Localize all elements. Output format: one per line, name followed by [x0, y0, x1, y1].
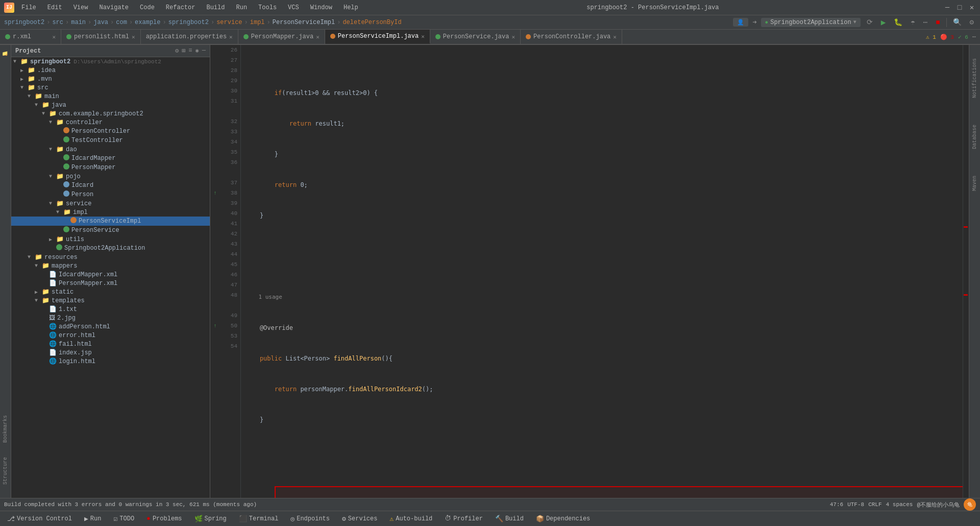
menu-window[interactable]: Window	[306, 3, 336, 12]
breadcrumb-impl[interactable]: impl	[250, 19, 265, 26]
dependencies-button[interactable]: 📦 Dependencies	[533, 514, 593, 524]
settings-button[interactable]: ⚙	[968, 18, 976, 27]
project-panel-sort[interactable]: ≡	[188, 47, 192, 55]
run-button[interactable]: ▶	[879, 17, 888, 28]
tree-utils[interactable]: ▶ 📁 utils	[11, 235, 210, 244]
tree-mappers[interactable]: ▼ 📁 mappers	[11, 261, 210, 270]
breadcrumb-service[interactable]: service	[216, 19, 242, 26]
tree-idcard[interactable]: Idcard	[11, 181, 210, 190]
tab-personcontroller[interactable]: PersonController.java ✕	[521, 30, 622, 44]
tree-controller[interactable]: ▼ 📁 controller	[11, 118, 210, 127]
auto-build-button[interactable]: ⚠ Auto-build	[386, 514, 435, 524]
breadcrumb-method[interactable]: deletePersonById	[342, 19, 401, 26]
menu-build[interactable]: Build	[202, 3, 229, 12]
problems-button[interactable]: ● Problems	[143, 514, 185, 523]
tree-templates[interactable]: ▼ 📁 templates	[11, 296, 210, 305]
spring-button[interactable]: 🌿 Spring	[191, 514, 230, 524]
search-button[interactable]: 🔍	[951, 18, 964, 27]
tree-personmapper-xml[interactable]: 📄 PersonMapper.xml	[11, 279, 210, 288]
coverage-button[interactable]: ☂	[909, 18, 917, 27]
tree-fail[interactable]: 🌐 fail.html	[11, 340, 210, 348]
version-control-button[interactable]: ⎇ Version Control	[4, 514, 75, 524]
tab-appprops[interactable]: application.properties ✕	[141, 30, 238, 44]
menu-navigate[interactable]: Navigate	[95, 3, 133, 12]
tree-springboot2app[interactable]: Springboot2Application	[11, 244, 210, 253]
tab-personservice[interactable]: PersonService.java ✕	[430, 30, 521, 44]
breadcrumb-class[interactable]: PersonServiceImpl	[273, 19, 335, 26]
tree-personservice[interactable]: PersonService	[11, 226, 210, 235]
maximize-button[interactable]: □	[955, 4, 964, 12]
breadcrumb-project[interactable]: springboot2	[4, 19, 44, 26]
tab-close-personservice[interactable]: ✕	[511, 34, 515, 40]
tree-idcardmapper-xml[interactable]: 📄 IdcardMapper.xml	[11, 270, 210, 279]
breadcrumb-src[interactable]: src	[52, 19, 63, 26]
tree-pojo[interactable]: ▼ 📁 pojo	[11, 172, 210, 181]
tree-indexjsp[interactable]: 📄 index.jsp	[11, 348, 210, 357]
tree-java[interactable]: ▼ 📁 java	[11, 101, 210, 109]
tree-mvn[interactable]: ▶ 📁 .mvn	[11, 75, 210, 83]
tree-2jpg[interactable]: 🖼 2.jpg	[11, 314, 210, 322]
tab-close-personcontroller[interactable]: ✕	[613, 34, 617, 40]
close-button[interactable]: ✕	[968, 4, 976, 12]
project-panel-config[interactable]: ✱	[195, 47, 199, 55]
tree-com-example[interactable]: ▼ 📁 com.example.springboot2	[11, 109, 210, 118]
terminal-button[interactable]: ⬛ Terminal	[236, 514, 282, 524]
tab-close-personlist[interactable]: ✕	[132, 34, 135, 40]
expand-tabs-button[interactable]: ⋯	[972, 33, 976, 41]
tree-idea[interactable]: ▶ 📁 .idea	[11, 66, 210, 75]
tab-close-rxml[interactable]: ✕	[52, 34, 56, 40]
stop-button[interactable]: ■	[934, 18, 942, 27]
tab-personserviceimpl[interactable]: PersonServiceImpl.java ✕	[325, 30, 430, 44]
notifications-label[interactable]: Notifications	[971, 57, 978, 101]
bookmarks-label[interactable]: Bookmarks	[2, 414, 9, 446]
tree-personmapper[interactable]: PersonMapper	[11, 163, 210, 172]
project-panel-sync[interactable]: ⊞	[182, 47, 185, 55]
project-icon[interactable]: 📁	[2, 45, 9, 63]
menu-run[interactable]: Run	[232, 3, 251, 12]
structure-label[interactable]: Structure	[2, 456, 9, 488]
endpoints-button[interactable]: ◎ Endpoints	[287, 514, 333, 524]
breadcrumb-com[interactable]: com	[116, 19, 127, 26]
menu-view[interactable]: View	[69, 3, 92, 12]
maven-label[interactable]: Maven	[971, 175, 978, 194]
database-label[interactable]: Database	[971, 124, 978, 152]
services-button[interactable]: ⚙ Services	[339, 514, 380, 524]
menu-help[interactable]: Help	[339, 3, 362, 12]
profile-button[interactable]: 👤	[733, 18, 748, 27]
debug-button[interactable]: 🐛	[892, 18, 904, 27]
project-panel-minimize[interactable]: ─	[202, 47, 206, 55]
tree-resources[interactable]: ▼ 📁 resources	[11, 253, 210, 261]
tab-close-personmapper[interactable]: ✕	[316, 34, 320, 40]
menu-refactor[interactable]: Refactor	[162, 3, 200, 12]
breadcrumb-main[interactable]: main	[71, 19, 86, 26]
tab-close-appprops[interactable]: ✕	[229, 34, 233, 40]
tree-service[interactable]: ▼ 📁 service	[11, 199, 210, 208]
rebuild-button[interactable]: ⟳	[865, 18, 875, 27]
tab-personmapper[interactable]: PersonMapper.java ✕	[238, 30, 325, 44]
tree-static[interactable]: ▶ 📁 static	[11, 288, 210, 296]
menu-code[interactable]: Code	[136, 3, 159, 12]
minimize-button[interactable]: ─	[943, 4, 951, 12]
menu-vcs[interactable]: VCS	[284, 3, 303, 12]
tree-idcardmapper[interactable]: IdcardMapper	[11, 154, 210, 163]
tree-personcontroller[interactable]: PersonController	[11, 127, 210, 136]
run-config-selector[interactable]: ● Springboot2Application ▼	[761, 18, 861, 27]
tree-src[interactable]: ▼ 📁 src	[11, 83, 210, 92]
breadcrumb-example[interactable]: example	[135, 19, 160, 26]
tree-personserviceimpl[interactable]: PersonServiceImpl	[11, 217, 210, 226]
menu-edit[interactable]: Edit	[43, 3, 66, 12]
tree-person[interactable]: Person	[11, 190, 210, 199]
tree-error[interactable]: 🌐 error.html	[11, 331, 210, 340]
tree-impl[interactable]: ▼ 📁 impl	[11, 208, 210, 217]
tree-login[interactable]: 🌐 login.html	[11, 357, 210, 366]
project-panel-settings[interactable]: ⚙	[175, 47, 179, 55]
navigation-button[interactable]: ➜	[752, 18, 756, 27]
tree-testcontroller[interactable]: TestController	[11, 136, 210, 145]
todo-button[interactable]: ☑ TODO	[110, 514, 137, 524]
code-content[interactable]: if(result1>0 && result2>0) { return resu…	[241, 45, 963, 498]
tree-dao[interactable]: ▼ 📁 dao	[11, 145, 210, 154]
tab-rxml[interactable]: r.xml ✕	[0, 30, 61, 44]
breadcrumb-springboot2[interactable]: springboot2	[168, 19, 209, 26]
tree-1txt[interactable]: 📄 1.txt	[11, 305, 210, 314]
menu-tools[interactable]: Tools	[254, 3, 281, 12]
